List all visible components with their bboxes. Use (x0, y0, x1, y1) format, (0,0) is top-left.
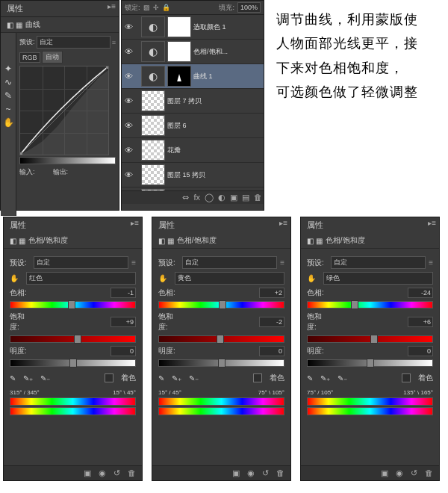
view-prev-icon[interactable]: ◉ (247, 468, 255, 478)
visibility-icon[interactable]: 👁 (123, 72, 134, 81)
trash-icon[interactable]: 🗑 (276, 468, 284, 478)
channel-dropdown[interactable]: 红色 (26, 272, 136, 285)
light-slider[interactable] (158, 359, 284, 367)
smooth-tool-icon[interactable]: ~ (2, 103, 14, 115)
layer-row[interactable]: 👁图层 15 拷贝 (122, 163, 264, 187)
properties-tab[interactable]: 属性 (7, 3, 23, 14)
sample-tool-icon[interactable]: ∿ (2, 76, 14, 88)
eyedropper-icon[interactable]: ✎ (10, 374, 16, 382)
channel-dropdown[interactable]: RGB (19, 52, 40, 63)
properties-tab[interactable]: 属性 (301, 217, 439, 233)
trash-icon[interactable]: 🗑 (425, 468, 433, 478)
eyedropper-add-icon[interactable]: ✎₊ (23, 374, 33, 382)
view-prev-icon[interactable]: ◉ (99, 468, 106, 478)
sat-slider[interactable] (307, 335, 433, 343)
colorize-checkbox[interactable] (253, 373, 262, 382)
on-image-tool-icon[interactable]: ✦ (2, 63, 14, 75)
sat-value[interactable]: +9 (111, 317, 136, 327)
range-slider-bottom[interactable] (307, 407, 433, 415)
range-slider-bottom[interactable] (10, 407, 136, 415)
mask-icon[interactable]: ◯ (205, 193, 214, 202)
eyedropper-icon[interactable]: ✎ (158, 374, 164, 382)
layer-row[interactable]: 👁◐选取颜色 1 (122, 15, 264, 40)
hand-icon[interactable]: ✋ (10, 274, 23, 282)
layer-row[interactable]: 👁◐曲线 1 (122, 64, 264, 89)
hue-value[interactable]: -1 (111, 288, 136, 298)
reset-icon[interactable]: ↺ (113, 468, 120, 478)
layer-row[interactable]: 👁花瓣 (122, 138, 264, 163)
preset-dropdown[interactable]: 自定 (34, 256, 128, 269)
range-slider-top[interactable] (307, 397, 433, 406)
clip-icon[interactable]: ▣ (381, 468, 388, 478)
panel-menu-icon[interactable]: ▸≡ (131, 219, 139, 227)
reset-icon[interactable]: ↺ (411, 468, 417, 478)
panel-menu-icon[interactable]: ▸≡ (108, 2, 116, 10)
panel-menu-icon[interactable]: ▸≡ (428, 219, 436, 227)
colorize-checkbox[interactable] (402, 373, 411, 382)
sat-value[interactable]: +6 (408, 317, 433, 327)
light-value[interactable]: 0 (259, 346, 284, 356)
hue-slider[interactable] (158, 301, 284, 308)
view-prev-icon[interactable]: ◉ (396, 468, 403, 478)
trash-icon[interactable]: 🗑 (254, 193, 262, 202)
properties-tab[interactable]: 属性 (4, 217, 142, 233)
visibility-icon[interactable]: 👁 (123, 121, 134, 130)
hue-slider[interactable] (307, 301, 433, 308)
sat-slider[interactable] (158, 335, 284, 343)
sat-slider[interactable] (10, 335, 136, 343)
visibility-icon[interactable]: 👁 (123, 47, 134, 56)
clip-icon[interactable]: ▣ (232, 468, 240, 478)
layer-row[interactable]: 👁◐色相/饱和... (122, 40, 264, 64)
lock-all-icon[interactable]: 🔒 (162, 4, 170, 11)
lock-pixels-icon[interactable]: ▨ (143, 4, 150, 11)
range-slider-top[interactable] (158, 397, 284, 406)
lock-position-icon[interactable]: ✢ (153, 4, 159, 11)
clip-icon[interactable]: ▣ (84, 468, 91, 478)
new-layer-icon[interactable]: ▤ (242, 193, 249, 202)
hue-slider[interactable] (10, 301, 136, 308)
light-slider[interactable] (307, 359, 433, 367)
eyedropper-sub-icon[interactable]: ✎₋ (189, 374, 199, 382)
curves-grid[interactable] (19, 66, 109, 155)
preset-dropdown[interactable]: 自定 (182, 256, 277, 269)
pencil-tool-icon[interactable]: ✎ (2, 90, 14, 102)
auto-button[interactable]: 自动 (42, 51, 63, 63)
fx-icon[interactable]: fx (193, 193, 200, 202)
reset-icon[interactable]: ↺ (262, 468, 269, 478)
sat-value[interactable]: -2 (259, 317, 284, 327)
properties-tab[interactable]: 属性 (152, 217, 290, 233)
visibility-icon[interactable]: 👁 (123, 170, 134, 179)
hue-value[interactable]: -24 (408, 288, 433, 298)
eyedropper-sub-icon[interactable]: ✎₋ (40, 374, 50, 382)
eyedropper-icon[interactable]: ✎ (307, 374, 313, 382)
hand-icon[interactable]: ✋ (307, 274, 320, 282)
eyedropper-sub-icon[interactable]: ✎₋ (337, 374, 347, 382)
hand-icon[interactable]: ✋ (158, 274, 172, 282)
preset-dropdown[interactable]: 自定 (331, 256, 426, 269)
layer-row[interactable]: 👁图层 7 拷贝 (122, 89, 264, 114)
light-value[interactable]: 0 (408, 346, 433, 356)
folder-icon[interactable]: ▣ (230, 193, 237, 202)
eyedropper-add-icon[interactable]: ✎₊ (320, 374, 330, 382)
channel-dropdown[interactable]: 绿色 (323, 272, 433, 285)
light-value[interactable]: 0 (111, 346, 136, 356)
hand-icon[interactable]: ✋ (2, 117, 14, 128)
layer-row[interactable]: 👁图层 6 (122, 114, 264, 138)
visibility-icon[interactable]: 👁 (123, 22, 134, 31)
visibility-icon[interactable]: 👁 (123, 96, 134, 105)
visibility-icon[interactable]: 👁 (123, 146, 134, 155)
panel-menu-icon[interactable]: ▸≡ (279, 219, 287, 227)
link-icon[interactable]: ⇔ (182, 193, 189, 202)
preset-dropdown[interactable]: 自定 (37, 36, 111, 49)
range-slider-bottom[interactable] (158, 407, 284, 415)
trash-icon[interactable]: 🗑 (128, 468, 136, 478)
fill-value[interactable]: 100% (237, 2, 261, 13)
input-gradient[interactable] (19, 157, 116, 164)
range-slider-top[interactable] (10, 397, 136, 406)
adjustment-icon[interactable]: ◐ (218, 193, 225, 202)
colorize-checkbox[interactable] (105, 373, 113, 382)
light-slider[interactable] (10, 359, 136, 367)
channel-dropdown[interactable]: 黄色 (175, 272, 284, 285)
hue-value[interactable]: +2 (259, 288, 284, 298)
eyedropper-add-icon[interactable]: ✎₊ (172, 374, 181, 382)
